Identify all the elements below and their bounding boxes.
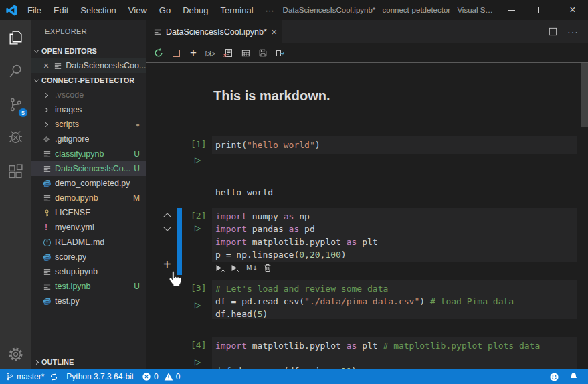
extensions-icon[interactable] — [0, 157, 31, 185]
run-cell-icon[interactable]: ▷ — [195, 300, 201, 310]
outline-section-header[interactable]: OUTLINE — [31, 355, 146, 369]
code-line[interactable]: import pandas as pd — [215, 223, 577, 235]
git-icon — [43, 136, 55, 143]
markdown-cell[interactable]: This is markdown. — [213, 88, 330, 104]
menu-go[interactable]: Go — [153, 5, 177, 15]
explorer-icon[interactable] — [0, 23, 31, 52]
move-cell-up-icon[interactable] — [165, 211, 170, 221]
convert-to-markdown-icon[interactable]: M↓ — [246, 264, 258, 272]
tab-datasciencesiscool[interactable]: DataSciencesIsCool.ipynb* × — [146, 20, 282, 43]
code-line[interactable] — [215, 352, 577, 365]
folder-.vscode[interactable]: .vscode — [31, 88, 146, 102]
open-editor-item[interactable]: × DataSciencesIsCoo... — [31, 58, 146, 73]
clear-outputs-icon[interactable] — [219, 47, 237, 58]
git-branch-item[interactable]: master* — [5, 372, 44, 381]
file-demo_completed.py[interactable]: demo_completed.py — [31, 176, 146, 191]
add-cell-icon[interactable]: + — [185, 46, 202, 60]
menu-view[interactable]: View — [122, 5, 153, 15]
search-icon[interactable] — [0, 57, 31, 85]
code-line[interactable]: import numpy as np — [215, 210, 577, 223]
close-button[interactable]: × — [557, 0, 588, 20]
restart-kernel-icon[interactable] — [150, 47, 167, 58]
python-interpreter-item[interactable]: Python 3.7.3 64-bit — [66, 372, 134, 381]
file-.gitignore[interactable]: .gitignore — [31, 132, 146, 147]
file-test.py[interactable]: test.py — [31, 294, 146, 308]
variable-explorer-icon[interactable] — [237, 48, 254, 58]
code-line[interactable]: df = pd.read_csv("./data/pima-data.csv")… — [215, 295, 577, 308]
settings-gear-icon[interactable] — [0, 340, 31, 368]
file-LICENSE[interactable]: LICENSE — [31, 205, 146, 220]
menu-selection[interactable]: Selection — [74, 5, 122, 15]
exclaim-icon: ! — [43, 223, 55, 232]
close-tab-icon[interactable]: × — [271, 26, 277, 37]
code-cell[interactable]: print("hello world") — [212, 136, 577, 154]
git-status-badge: U — [134, 164, 140, 173]
tab-label: DataSciencesIsCool.ipynb* — [166, 27, 267, 37]
code-line[interactable]: # Let's load and review some data — [215, 282, 577, 295]
code-cell[interactable]: # Let's load and review some datadf = pd… — [212, 280, 577, 319]
code-line[interactable]: print("hello world") — [215, 138, 577, 151]
code-line[interactable]: import matplotlib.pyplot as plt # matplo… — [215, 339, 577, 352]
delete-cell-icon[interactable] — [264, 264, 272, 272]
file-myenv.yml[interactable]: !myenv.yml — [31, 220, 146, 235]
folder-scripts[interactable]: scripts● — [31, 117, 146, 132]
scrollbar-thumb[interactable] — [581, 63, 588, 127]
feedback-smiley-icon[interactable] — [549, 372, 559, 382]
menu-terminal[interactable]: Terminal — [214, 5, 259, 15]
code-cell[interactable]: import matplotlib.pyplot as plt # matplo… — [212, 337, 577, 369]
file-name: README.md — [55, 237, 104, 247]
run-cell-icon[interactable]: ▷ — [195, 155, 201, 165]
file-name: score.py — [55, 252, 86, 262]
run-cell-above-icon[interactable] — [215, 264, 225, 272]
maximize-button[interactable] — [526, 0, 557, 20]
file-name: setup.ipynb — [55, 267, 98, 276]
split-editor-icon[interactable] — [548, 27, 558, 37]
file-name: classify.ipynb — [55, 149, 104, 159]
window-title: DataSciencesIsCool.ipynb* - connect-petd… — [280, 6, 496, 14]
code-line[interactable]: p = np.linspace(0,20,100) — [215, 248, 577, 261]
code-line[interactable]: df.head(5) — [215, 308, 577, 320]
sync-item[interactable] — [50, 373, 58, 381]
save-icon[interactable] — [254, 48, 272, 58]
project-section-header[interactable]: CONNECT-PETDETECTOR — [31, 73, 146, 88]
debug-icon[interactable] — [0, 124, 31, 152]
notifications-bell-icon[interactable] — [569, 372, 578, 381]
file-DataSciencesIsCo...[interactable]: DataSciencesIsCo...U — [31, 161, 146, 176]
notebook-icon — [43, 150, 55, 159]
notebook-icon — [43, 194, 55, 203]
file-score.py[interactable]: score.py — [31, 250, 146, 264]
code-cell[interactable]: import numpy as npimport pandas as pdimp… — [212, 208, 577, 262]
mouse-cursor — [167, 270, 184, 290]
export-icon[interactable] — [272, 47, 289, 58]
run-cell-below-icon[interactable] — [231, 264, 240, 272]
open-editors-header[interactable]: OPEN EDITORS — [31, 43, 146, 58]
problems-item[interactable]: 0 0 — [142, 372, 180, 381]
move-cell-down-icon[interactable] — [165, 222, 170, 232]
file-test.ipynb[interactable]: test.ipynbU — [31, 279, 146, 294]
editor-area: DataSciencesIsCool.ipynb* × ··· + ▷▷ Thi… — [146, 20, 588, 369]
file-classify.ipynb[interactable]: classify.ipynbU — [31, 147, 146, 161]
minimize-button[interactable] — [496, 0, 526, 20]
menu-debug[interactable]: Debug — [177, 5, 214, 15]
file-README.md[interactable]: README.md — [31, 235, 146, 250]
notebook-toolbar: + ▷▷ — [146, 43, 588, 63]
code-line[interactable]: def draw_corr(df, size=.11): — [215, 365, 577, 369]
folder-images[interactable]: images — [31, 102, 146, 117]
file-demo.ipynb[interactable]: demo.ipynbM — [31, 191, 146, 205]
more-actions-icon[interactable]: ··· — [567, 27, 579, 37]
git-status-badge: ● — [136, 121, 140, 128]
menu-file[interactable]: File — [21, 5, 47, 15]
run-cell-icon[interactable]: ▷ — [195, 357, 201, 367]
run-cell-icon[interactable]: ▷ — [195, 223, 201, 233]
execution-count: [3] — [191, 283, 206, 293]
menu-[interactable]: ··· — [260, 5, 280, 15]
menu-edit[interactable]: Edit — [47, 5, 74, 15]
notebook-icon — [54, 62, 62, 70]
interrupt-kernel-icon[interactable] — [167, 50, 185, 57]
cell-toolbar: M↓ — [215, 264, 272, 272]
code-line[interactable]: import matplotlib.pyplot as plt — [215, 235, 577, 248]
run-all-cells-icon[interactable]: ▷▷ — [202, 49, 219, 58]
source-control-icon[interactable]: 5 — [0, 90, 31, 118]
close-icon[interactable]: × — [43, 60, 49, 71]
file-setup.ipynb[interactable]: setup.ipynb — [31, 264, 146, 279]
